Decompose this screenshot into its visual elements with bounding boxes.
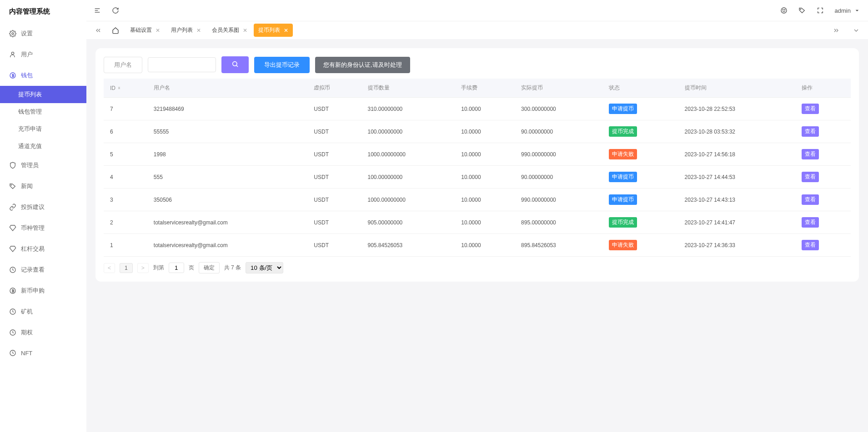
tab-close-icon[interactable]: ✕	[196, 27, 201, 34]
sidebar-item-label: NFT	[21, 350, 32, 357]
page-size-select[interactable]: 10 条/页20 条/页50 条/页	[246, 262, 283, 273]
view-button[interactable]: 查看	[802, 172, 819, 182]
sidebar-item-3[interactable]: 管理员	[0, 155, 86, 176]
tab-close-icon[interactable]: ✕	[156, 27, 160, 34]
view-button[interactable]: 查看	[802, 149, 819, 159]
cell-user: 3219488469	[147, 98, 307, 120]
sidebar-item-10[interactable]: 矿机	[0, 301, 86, 322]
tab-close-icon[interactable]: ✕	[284, 27, 288, 34]
cell-coin: USDT	[307, 234, 361, 257]
page-jump-input[interactable]	[169, 263, 184, 273]
tab-2[interactable]: 会员关系图✕	[207, 24, 252, 37]
sidebar-subitem-2-1[interactable]: 钱包管理	[0, 103, 86, 120]
sidebar-item-1[interactable]: 用户	[0, 44, 86, 65]
column-header: 用户名	[147, 79, 307, 98]
sidebar-item-11[interactable]: 期权	[0, 322, 86, 343]
tag-icon[interactable]	[798, 7, 806, 14]
cell-coin: USDT	[307, 120, 361, 143]
cell-actual: 895.00000000	[515, 211, 602, 234]
page-next-button[interactable]: >	[137, 263, 149, 273]
cell-amount: 100.00000000	[361, 166, 455, 189]
export-button[interactable]: 导出提币记录	[254, 57, 310, 73]
sidebar-item-label: 新闻	[21, 182, 33, 190]
svg-point-13	[783, 10, 783, 10]
sidebar-item-2[interactable]: 钱包	[0, 65, 86, 86]
column-header: 提币时间	[678, 79, 795, 98]
page-current[interactable]: 1	[120, 263, 133, 273]
sidebar-item-label: 矿机	[21, 308, 33, 316]
alert-banner[interactable]: 您有新的身份认证,请及时处理	[315, 57, 410, 73]
jump-prefix-label: 到第	[153, 264, 164, 272]
sidebar-item-label: 用户	[21, 50, 33, 59]
sidebar-subitem-2-3[interactable]: 通道充值	[0, 138, 86, 155]
view-button[interactable]: 查看	[802, 240, 819, 250]
view-button[interactable]: 查看	[802, 104, 819, 114]
cell-id: 1	[104, 234, 147, 257]
fullscreen-button[interactable]	[817, 7, 824, 14]
tab-1[interactable]: 用户列表✕	[166, 24, 206, 37]
withdraw-list-panel: 用户名 导出提币记录 您有新的身份认证,请及时处理 ID▲▼用户名虚拟币提币数量…	[95, 48, 859, 282]
sidebar-item-label: 期权	[21, 328, 33, 337]
cell-user: 1998	[147, 143, 307, 166]
refresh-button[interactable]	[112, 7, 119, 14]
view-button[interactable]: 查看	[802, 217, 819, 228]
sidebar-item-7[interactable]: 杠杆交易	[0, 238, 86, 259]
cell-fee: 10.0000	[455, 120, 515, 143]
sidebar-item-9[interactable]: 新币申购	[0, 280, 86, 301]
cell-status: 提币完成	[602, 120, 678, 143]
filter-input[interactable]	[148, 57, 216, 72]
cell-actual: 990.00000000	[515, 143, 602, 166]
sidebar-item-5[interactable]: 投拆建议	[0, 197, 86, 218]
tabs-dropdown-button[interactable]	[849, 25, 863, 36]
sidebar-subitem-2-2[interactable]: 充币申请	[0, 120, 86, 138]
cell-coin: USDT	[307, 143, 361, 166]
status-badge: 申请失败	[609, 149, 637, 159]
sidebar-item-6[interactable]: 币种管理	[0, 218, 86, 238]
cell-action: 查看	[795, 189, 851, 211]
tabs-next-button[interactable]	[829, 25, 843, 36]
column-header: 状态	[602, 79, 678, 98]
cell-amount: 100.00000000	[361, 120, 455, 143]
cell-time: 2023-10-28 22:52:53	[678, 98, 795, 120]
cell-fee: 10.0000	[455, 143, 515, 166]
sidebar-item-8[interactable]: 记录查看	[0, 259, 86, 280]
column-header[interactable]: ID▲▼	[104, 79, 147, 98]
tab-home[interactable]	[107, 24, 124, 37]
tabs-prev-button[interactable]	[91, 25, 105, 36]
tab-3[interactable]: 提币列表✕	[254, 24, 293, 37]
cell-time: 2023-10-27 14:56:18	[678, 143, 795, 166]
table-row: 1totalservicesrealty@gmail.comUSDT905.84…	[104, 234, 851, 257]
collapse-sidebar-button[interactable]	[94, 7, 101, 14]
cell-id: 3	[104, 189, 147, 211]
cell-status: 申请提币	[602, 189, 678, 211]
sidebar-item-0[interactable]: 设置	[0, 23, 86, 44]
cell-fee: 10.0000	[455, 98, 515, 120]
user-menu[interactable]: admin	[835, 7, 861, 14]
cell-amount: 1000.00000000	[361, 143, 455, 166]
view-button[interactable]: 查看	[802, 194, 819, 205]
cell-time: 2023-10-27 14:44:53	[678, 166, 795, 189]
tab-0[interactable]: 基础设置✕	[125, 24, 165, 37]
svg-point-1	[11, 52, 14, 55]
search-button[interactable]	[221, 56, 249, 73]
tabbar: 基础设置✕用户列表✕会员关系图✕提币列表✕	[86, 21, 868, 39]
sidebar-subitem-2-0[interactable]: 提币列表	[0, 86, 86, 103]
cell-user: 55555	[147, 120, 307, 143]
jump-suffix-label: 页	[189, 264, 194, 272]
sidebar-item-4[interactable]: 新闻	[0, 176, 86, 197]
cell-status: 申请提币	[602, 98, 678, 120]
view-button[interactable]: 查看	[802, 126, 819, 137]
tag-icon	[9, 183, 16, 190]
cell-time: 2023-10-27 14:36:33	[678, 234, 795, 257]
table-row: 3350506USDT1000.0000000010.0000990.00000…	[104, 189, 851, 211]
diamond-icon	[9, 245, 16, 253]
tab-close-icon[interactable]: ✕	[243, 27, 247, 34]
search-icon	[231, 60, 239, 69]
svg-point-12	[781, 8, 787, 13]
page-jump-confirm-button[interactable]: 确定	[199, 262, 220, 273]
theme-icon[interactable]	[780, 7, 788, 14]
cell-coin: USDT	[307, 166, 361, 189]
page-prev-button[interactable]: <	[104, 263, 115, 273]
clock-icon	[9, 349, 16, 357]
sidebar-item-12[interactable]: NFT	[0, 343, 86, 363]
